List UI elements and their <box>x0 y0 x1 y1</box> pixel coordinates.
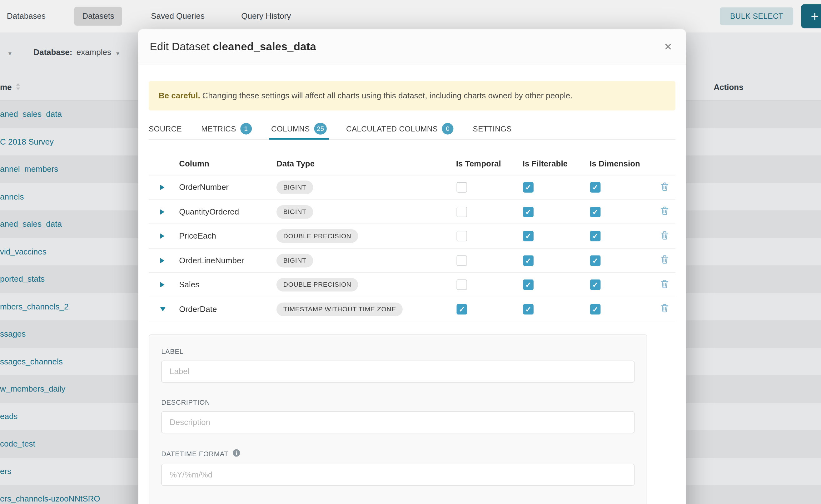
is-temporal-checkbox[interactable] <box>457 231 467 241</box>
collapse-caret-icon[interactable] <box>160 307 166 311</box>
data-type-pill: BIGINT <box>276 254 313 267</box>
is-filterable-checkbox[interactable]: ✓ <box>523 304 534 314</box>
is-dimension-checkbox[interactable]: ✓ <box>590 231 601 241</box>
data-type-cell: BIGINT <box>276 205 456 219</box>
edit-dataset-modal: Edit Datasetcleaned_sales_data ✕ Be care… <box>138 29 686 504</box>
modal-title: Edit Datasetcleaned_sales_data <box>150 40 316 53</box>
column-row-orderdate: OrderDateTIMESTAMP WITHOUT TIME ZONE✓✓✓ <box>149 297 675 322</box>
modal-tabs: SOURCEMETRICS1COLUMNS25CALCULATED COLUMN… <box>149 118 675 140</box>
tab-calculated-columns[interactable]: CALCULATED COLUMNS0 <box>346 118 454 140</box>
delete-column-button[interactable] <box>652 182 675 193</box>
is-filterable-cell: ✓ <box>523 255 590 266</box>
data-type-pill: TIMESTAMP WITHOUT TIME ZONE <box>276 302 403 316</box>
description-input[interactable] <box>161 412 635 433</box>
expand-caret-icon[interactable] <box>160 282 164 288</box>
tab-label: SETTINGS <box>473 125 512 133</box>
caret-cell <box>149 209 179 215</box>
is-dimension-checkbox[interactable]: ✓ <box>590 304 601 314</box>
expand-caret-icon[interactable] <box>160 185 164 190</box>
tab-metrics[interactable]: METRICS1 <box>201 118 252 140</box>
trash-icon <box>661 279 669 290</box>
is-temporal-cell <box>456 231 523 241</box>
caret-cell <box>149 234 179 239</box>
trash-icon <box>661 206 669 217</box>
column-row-orderlinenumber: OrderLineNumberBIGINT✓✓ <box>149 249 675 273</box>
column-name: QuantityOrdered <box>179 207 276 216</box>
is-dimension-cell: ✓ <box>590 207 652 217</box>
tab-label: CALCULATED COLUMNS <box>346 125 438 133</box>
data-type-pill: DOUBLE PRECISION <box>276 229 358 243</box>
column-header: Column <box>179 159 276 168</box>
caret-cell <box>149 282 179 288</box>
delete-column-button[interactable] <box>652 304 675 314</box>
trash-icon <box>661 255 669 266</box>
expand-caret-icon[interactable] <box>160 234 164 239</box>
is-filterable-checkbox[interactable]: ✓ <box>523 231 534 241</box>
label-field: LABEL <box>161 348 635 383</box>
column-row-priceeach: PriceEachDOUBLE PRECISION✓✓ <box>149 224 675 249</box>
column-name: OrderDate <box>179 304 276 314</box>
data-type-cell: BIGINT <box>276 181 456 195</box>
datetime-format-input[interactable] <box>161 464 635 486</box>
expand-caret-icon[interactable] <box>160 209 164 215</box>
is-dimension-cell: ✓ <box>590 304 652 314</box>
is-filterable-cell: ✓ <box>523 279 590 290</box>
is-temporal-checkbox[interactable] <box>457 255 467 266</box>
delete-column-button[interactable] <box>652 255 675 266</box>
is-filterable-checkbox[interactable]: ✓ <box>523 182 534 193</box>
is-dimension-checkbox[interactable]: ✓ <box>590 255 601 266</box>
tab-settings[interactable]: SETTINGS <box>473 118 512 140</box>
is-filterable-cell: ✓ <box>523 182 590 193</box>
modal-body: Be careful.Changing these settings will … <box>138 64 686 504</box>
data-type-pill: DOUBLE PRECISION <box>276 278 358 292</box>
column-row-quantityordered: QuantityOrderedBIGINT✓✓ <box>149 200 675 224</box>
is-filterable-checkbox[interactable]: ✓ <box>523 255 534 266</box>
trash-icon <box>661 231 669 242</box>
is-temporal-checkbox[interactable]: ✓ <box>457 304 467 314</box>
data-type-cell: DOUBLE PRECISION <box>276 229 456 243</box>
columns-table-header: Column Data Type Is Temporal Is Filterab… <box>149 153 675 176</box>
tab-label: METRICS <box>201 125 236 133</box>
is-temporal-cell <box>456 182 523 193</box>
is-dimension-cell: ✓ <box>590 231 652 241</box>
column-row-ordernumber: OrderNumberBIGINT✓✓ <box>149 175 675 200</box>
is-temporal-cell <box>456 255 523 266</box>
modal-dataset-name: cleaned_sales_data <box>213 40 316 52</box>
tab-columns[interactable]: COLUMNS25 <box>271 118 327 140</box>
info-icon[interactable] <box>233 449 240 459</box>
is-temporal-checkbox[interactable] <box>457 207 467 217</box>
is-temporal-header: Is Temporal <box>456 159 523 168</box>
screen: DatabasesDatasetsSaved QueriesQuery Hist… <box>0 0 821 504</box>
modal-header: Edit Datasetcleaned_sales_data ✕ <box>138 29 686 64</box>
tab-label: SOURCE <box>149 125 182 133</box>
tab-source[interactable]: SOURCE <box>149 118 182 140</box>
delete-column-button[interactable] <box>652 231 675 242</box>
column-row-sales: SalesDOUBLE PRECISION✓✓ <box>149 273 675 297</box>
tab-badge: 25 <box>314 123 327 135</box>
is-dimension-checkbox[interactable]: ✓ <box>590 279 601 290</box>
caret-cell <box>149 185 179 190</box>
column-name: PriceEach <box>179 231 276 241</box>
expand-caret-icon[interactable] <box>160 258 164 263</box>
column-name: Sales <box>179 280 276 289</box>
data-type-pill: BIGINT <box>276 205 313 219</box>
is-temporal-checkbox[interactable] <box>457 279 467 290</box>
is-dimension-cell: ✓ <box>590 182 652 193</box>
warning-text: Changing these settings will affect all … <box>202 91 572 100</box>
label-input[interactable] <box>161 361 635 383</box>
is-filterable-cell: ✓ <box>523 231 590 241</box>
delete-column-button[interactable] <box>652 279 675 290</box>
data-type-cell: BIGINT <box>276 254 456 267</box>
is-temporal-cell <box>456 207 523 217</box>
data-type-pill: BIGINT <box>276 181 313 195</box>
is-dimension-checkbox[interactable]: ✓ <box>590 207 601 217</box>
columns-table: Column Data Type Is Temporal Is Filterab… <box>149 153 675 322</box>
label-text: DATETIME FORMAT <box>161 450 228 458</box>
is-temporal-checkbox[interactable] <box>457 182 467 193</box>
close-icon[interactable]: ✕ <box>662 38 675 55</box>
is-filterable-checkbox[interactable]: ✓ <box>523 279 534 290</box>
delete-column-button[interactable] <box>652 206 675 217</box>
is-filterable-checkbox[interactable]: ✓ <box>523 207 534 217</box>
is-dimension-checkbox[interactable]: ✓ <box>590 182 601 193</box>
data-type-header: Data Type <box>276 159 456 168</box>
